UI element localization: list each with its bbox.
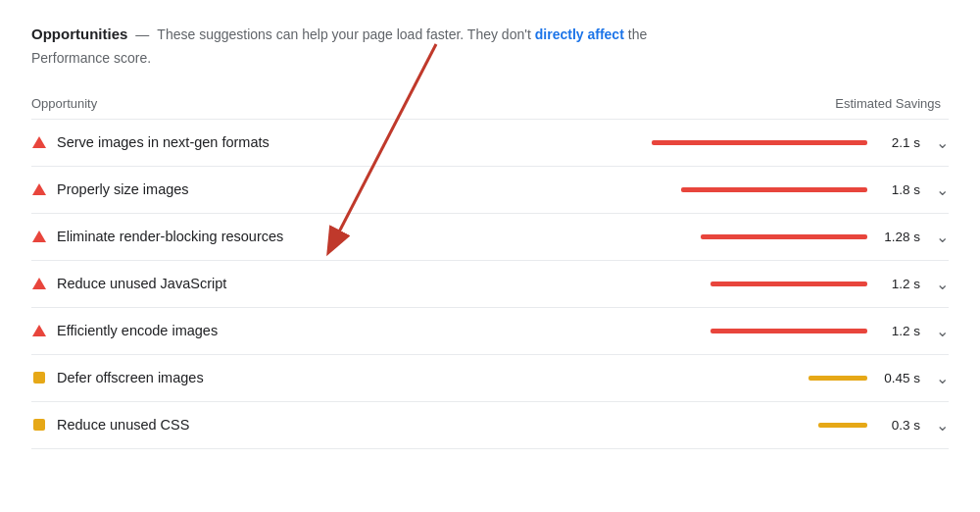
progress-bar-container <box>818 423 867 428</box>
savings-value: 1.2 s <box>879 277 920 291</box>
savings-bar <box>818 423 867 428</box>
warning-icon <box>31 181 47 197</box>
header-description-part2: the <box>628 25 647 45</box>
opportunity-label: Reduce unused CSS <box>57 417 808 433</box>
triangle-red-icon <box>32 183 46 195</box>
savings-bar <box>808 376 867 381</box>
opportunity-label: Defer offscreen images <box>57 370 799 385</box>
header-second-line: Performance score. <box>31 48 949 69</box>
chevron-down-icon[interactable]: ⌄ <box>936 416 949 435</box>
bar-area: 0.45 s⌄ <box>808 369 949 387</box>
col-header-opportunity: Opportunity <box>31 96 97 111</box>
savings-value: 1.8 s <box>879 182 920 197</box>
column-headers: Opportunity Estimated Savings <box>31 84 949 120</box>
savings-value: 0.45 s <box>879 371 920 385</box>
triangle-red-icon <box>32 278 46 289</box>
progress-bar-container <box>710 282 867 286</box>
savings-bar <box>710 282 867 286</box>
progress-bar-container <box>710 329 867 333</box>
warning-icon <box>31 276 47 291</box>
chevron-down-icon[interactable]: ⌄ <box>936 133 949 152</box>
section-title: Opportunities <box>31 24 127 46</box>
savings-bar <box>681 187 867 192</box>
bar-area: 1.8 s⌄ <box>681 180 949 199</box>
opportunities-list: Serve images in next-gen formats2.1 s⌄Pr… <box>31 120 949 449</box>
col-header-savings: Estimated Savings <box>835 96 941 111</box>
bar-area: 0.3 s⌄ <box>818 416 949 435</box>
table-row: Efficiently encode images1.2 s⌄ <box>31 308 949 355</box>
square-orange-icon <box>33 419 45 431</box>
opportunity-label: Eliminate render-blocking resources <box>57 229 691 244</box>
chevron-down-icon[interactable]: ⌄ <box>936 275 949 293</box>
bar-area: 1.2 s⌄ <box>710 322 949 340</box>
warning-icon <box>31 323 47 338</box>
savings-value: 1.2 s <box>879 324 920 338</box>
bar-area: 1.28 s⌄ <box>701 228 949 246</box>
bar-area: 2.1 s⌄ <box>652 133 949 152</box>
triangle-red-icon <box>32 230 46 242</box>
chevron-down-icon[interactable]: ⌄ <box>936 369 949 387</box>
table-row: Defer offscreen images0.45 s⌄ <box>31 355 949 402</box>
savings-bar <box>701 234 867 239</box>
square-orange-icon <box>33 372 45 384</box>
savings-value: 1.28 s <box>879 230 920 244</box>
savings-value: 0.3 s <box>879 418 920 433</box>
table-row: Reduce unused CSS0.3 s⌄ <box>31 402 949 449</box>
table-row: Reduce unused JavaScript1.2 s⌄ <box>31 261 949 308</box>
savings-bar <box>710 329 867 333</box>
table-row: Serve images in next-gen formats2.1 s⌄ <box>31 120 949 167</box>
opportunity-label: Serve images in next-gen formats <box>57 134 642 150</box>
savings-value: 2.1 s <box>879 135 920 150</box>
triangle-red-icon <box>32 325 46 336</box>
progress-bar-container <box>652 140 867 145</box>
warning-icon <box>31 229 47 244</box>
progress-bar-container <box>681 187 867 192</box>
chevron-down-icon[interactable]: ⌄ <box>936 180 949 199</box>
orange-square-icon <box>31 417 47 433</box>
table-row: Properly size images1.8 s⌄ <box>31 167 949 214</box>
directly-affect-link[interactable]: directly affect <box>535 25 624 45</box>
opportunity-label: Properly size images <box>57 181 671 197</box>
opportunity-label: Efficiently encode images <box>57 323 701 338</box>
progress-bar-container <box>808 376 867 381</box>
progress-bar-container <box>701 234 867 239</box>
triangle-red-icon <box>32 136 46 148</box>
dash: — <box>135 25 149 45</box>
savings-bar <box>652 140 867 145</box>
opportunity-label: Reduce unused JavaScript <box>57 276 701 291</box>
chevron-down-icon[interactable]: ⌄ <box>936 322 949 340</box>
orange-square-icon <box>31 370 47 385</box>
opportunities-header: Opportunities — These suggestions can he… <box>31 24 949 69</box>
bar-area: 1.2 s⌄ <box>710 275 949 293</box>
header-description-part1: These suggestions can help your page loa… <box>157 25 530 45</box>
warning-icon <box>31 134 47 150</box>
table-row: Eliminate render-blocking resources1.28 … <box>31 214 949 261</box>
chevron-down-icon[interactable]: ⌄ <box>936 228 949 246</box>
